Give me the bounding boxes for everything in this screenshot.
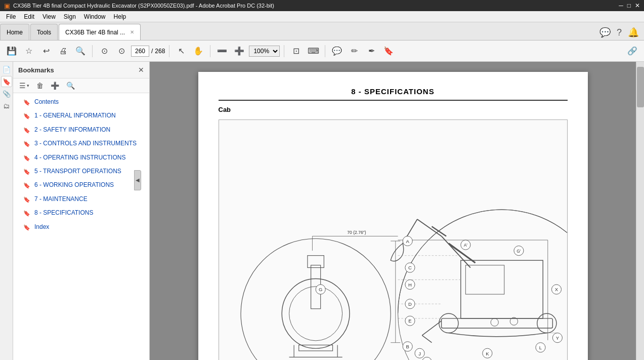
- menu-help[interactable]: Help: [110, 12, 131, 21]
- sidebar-delete-button[interactable]: 🗑: [34, 81, 46, 91]
- svg-text:Y: Y: [555, 335, 559, 341]
- bookmark-icon-index: 🔖: [23, 224, 30, 231]
- link-button[interactable]: 🔗: [625, 44, 640, 59]
- sidebar-header: Bookmarks ✕: [13, 62, 149, 78]
- collapse-panel-button[interactable]: ◀: [134, 170, 141, 190]
- marquee-zoom-button[interactable]: ⌨: [306, 44, 321, 59]
- bookmark-icon-1: 🔖: [23, 112, 30, 120]
- bookmark-label-2: 2 - SAFETY INFORMATION: [34, 126, 110, 134]
- notification-icon[interactable]: 🔔: [628, 27, 639, 38]
- pdf-diagram: 70 (2.76") G: [219, 119, 568, 360]
- zoom-out-button[interactable]: ➖: [214, 44, 230, 59]
- bookmark-7[interactable]: 🔖 7 - MAINTENANCE: [13, 192, 149, 206]
- tab-document[interactable]: CX36B Tier 4B final ... ✕: [59, 24, 141, 40]
- help-icon[interactable]: ?: [617, 27, 622, 38]
- bookmark-icon-4: 🔖: [23, 154, 30, 162]
- left-panel: 📄 🔖 📎 🗂: [0, 62, 13, 360]
- bookmark-label-3: 3 - CONTROLS AND INSTRUMENTS: [34, 139, 137, 148]
- print-button[interactable]: 🖨: [56, 44, 71, 59]
- bookmark-contents[interactable]: 🔖 Contents: [13, 95, 149, 109]
- menu-bar: File Edit View Sign Window Help: [0, 11, 644, 22]
- zoom-in-button[interactable]: ➕: [232, 44, 247, 59]
- sidebar-search-button[interactable]: 🔍: [64, 81, 77, 91]
- app-icon: ▣: [4, 2, 10, 10]
- bookmark-label-1: 1 - GENERAL INFORMATION: [34, 111, 116, 120]
- fit-page-button[interactable]: ⊡: [288, 44, 304, 59]
- svg-text:J: J: [418, 351, 421, 356]
- left-tab-bookmarks[interactable]: 🔖: [1, 76, 12, 87]
- left-tab-layers[interactable]: 🗂: [1, 100, 12, 111]
- bookmark-6[interactable]: 🔖 6 - WORKING OPERATIONS: [13, 178, 149, 192]
- bookmark-icon: 🔖: [23, 99, 30, 106]
- bookmark-2[interactable]: 🔖 2 - SAFETY INFORMATION: [13, 123, 149, 137]
- sidebar-options-button[interactable]: ☰: [17, 81, 31, 91]
- svg-text:A': A': [463, 243, 467, 248]
- bookmark-4[interactable]: 🔖 4 - OPERATING INSTRUCTIONS: [13, 151, 149, 165]
- menu-file[interactable]: File: [2, 12, 20, 21]
- minimize-button[interactable]: ─: [619, 2, 623, 9]
- tab-close-icon[interactable]: ✕: [130, 29, 134, 35]
- bookmark-1[interactable]: 🔖 1 - GENERAL INFORMATION: [13, 109, 149, 123]
- bookmark-icon-2: 🔖: [23, 127, 30, 134]
- chat-icon[interactable]: 💬: [599, 27, 611, 38]
- page-number-input[interactable]: [131, 46, 149, 57]
- left-tab-pages[interactable]: 📄: [1, 64, 12, 75]
- hand-tool-button[interactable]: ✋: [191, 44, 206, 59]
- search-button[interactable]: 🔍: [73, 44, 88, 59]
- right-scrollbar[interactable]: [636, 62, 644, 360]
- bookmark-5[interactable]: 🔖 5 - TRANSPORT OPERATIONS: [13, 165, 149, 178]
- bookmark-index[interactable]: 🔖 Index: [13, 220, 149, 234]
- zoom-select[interactable]: 100% 75% 50% 125% 150%: [249, 46, 280, 57]
- bookmark-label-8: 8 - SPECIFICATIONS: [34, 209, 93, 217]
- stamp-button[interactable]: 🔖: [381, 44, 396, 59]
- svg-text:C: C: [408, 265, 411, 270]
- bookmark-label-index: Index: [34, 223, 49, 231]
- tab-tools[interactable]: Tools: [30, 24, 58, 40]
- separator-2: [169, 45, 169, 57]
- tab-home[interactable]: Home: [0, 24, 29, 40]
- sidebar-content: 🔖 Contents 🔖 1 - GENERAL INFORMATION 🔖 2…: [13, 93, 149, 360]
- page-total: 268: [155, 48, 165, 55]
- svg-text:L: L: [539, 345, 541, 350]
- sidebar-add-button[interactable]: ➕: [49, 81, 61, 91]
- menu-window[interactable]: Window: [80, 12, 110, 21]
- bookmarks-sidebar: Bookmarks ✕ ☰ 🗑 ➕ 🔍 🔖 Contents 🔖 1 - GEN…: [13, 62, 150, 360]
- comment-button[interactable]: 💬: [329, 44, 345, 59]
- bookmark-add-button[interactable]: ☆: [21, 44, 36, 59]
- pdf-sub-heading: Cab: [219, 106, 568, 113]
- pdf-viewer[interactable]: 8 - SPECIFICATIONS Cab: [150, 62, 636, 360]
- main-area: 📄 🔖 📎 🗂 Bookmarks ✕ ☰ 🗑 ➕ 🔍 🔖 Contents 🔖: [0, 62, 644, 360]
- cursor-tool-button[interactable]: ↖: [174, 44, 189, 59]
- svg-text:G': G': [517, 249, 521, 254]
- svg-text:X: X: [554, 287, 558, 292]
- svg-text:B: B: [406, 344, 409, 349]
- sidebar-close-icon[interactable]: ✕: [138, 66, 144, 74]
- menu-view[interactable]: View: [38, 12, 60, 21]
- svg-text:K: K: [486, 351, 489, 356]
- toolbar: 💾 ☆ ↩ 🖨 🔍 ⊙ ⊙ / 268 ↖ ✋ ➖ ➕ 100% 75% 50%…: [0, 41, 644, 62]
- svg-text:E: E: [408, 318, 411, 324]
- sidebar-title: Bookmarks: [18, 66, 54, 74]
- save-button[interactable]: 💾: [4, 44, 19, 59]
- scrollbar-thumb[interactable]: [637, 67, 644, 107]
- highlight-button[interactable]: ✏: [347, 44, 362, 59]
- bookmark-icon-6: 🔖: [23, 182, 30, 189]
- close-button[interactable]: ✕: [635, 2, 640, 9]
- next-page-button[interactable]: ⊙: [114, 44, 129, 59]
- sidebar-header-icons: ✕: [138, 66, 144, 74]
- maximize-button[interactable]: □: [627, 2, 631, 9]
- svg-text:70 (2.76"): 70 (2.76"): [347, 230, 366, 235]
- menu-sign[interactable]: Sign: [60, 12, 80, 21]
- page-nav: / 268: [131, 46, 165, 57]
- undo-button[interactable]: ↩: [38, 44, 54, 59]
- draw-button[interactable]: ✒: [364, 44, 379, 59]
- diagram-svg: 70 (2.76") G: [219, 120, 567, 360]
- sidebar-toolbar: ☰ 🗑 ➕ 🔍: [13, 78, 149, 93]
- bookmark-8[interactable]: 🔖 8 - SPECIFICATIONS: [13, 206, 149, 220]
- menu-edit[interactable]: Edit: [20, 12, 38, 21]
- bookmark-3[interactable]: 🔖 3 - CONTROLS AND INSTRUMENTS: [13, 137, 149, 150]
- left-tab-attachments[interactable]: 📎: [1, 88, 12, 99]
- prev-page-button[interactable]: ⊙: [97, 44, 112, 59]
- tab-bar-right: 💬 ? 🔔: [599, 27, 644, 40]
- tab-home-label: Home: [7, 29, 23, 36]
